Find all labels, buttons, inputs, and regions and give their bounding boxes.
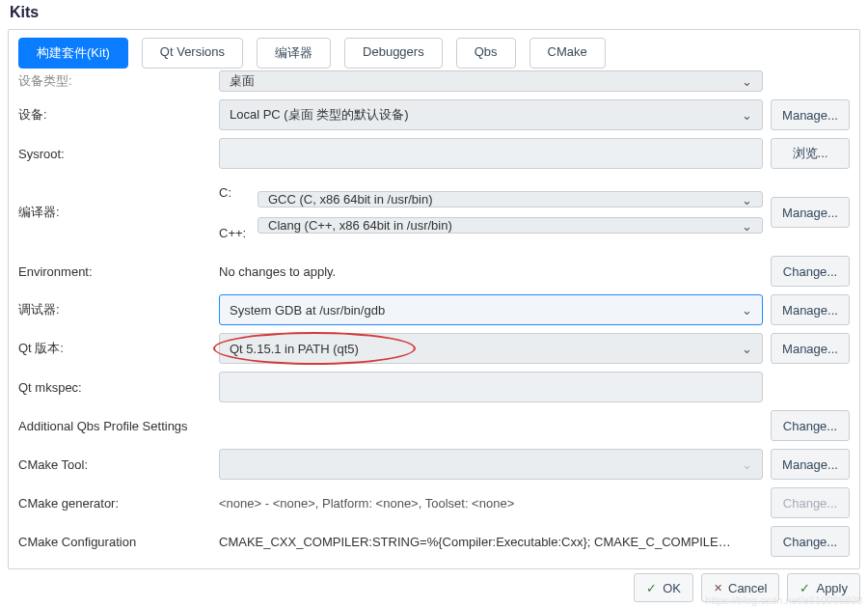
value-debugger: System GDB at /usr/bin/gdb [230,303,385,318]
check-icon: ✓ [646,581,657,595]
browse-sysroot-button[interactable]: 浏览... [771,138,850,169]
cancel-label: Cancel [728,581,767,595]
chevron-down-icon: ⌄ [742,218,752,233]
select-cxx-compiler[interactable]: Clang (C++, x86 64bit in /usr/bin) ⌄ [258,217,763,234]
value-c-compiler: GCC (C, x86 64bit in /usr/bin) [268,192,433,207]
cross-icon: ✕ [714,582,722,594]
tab-compilers[interactable]: 编译器 [257,38,331,69]
value-qt-version: Qt 5.15.1 in PATH (qt5) [230,342,359,356]
kits-panel: 构建套件(Kit) Qt Versions 编译器 Debuggers Qbs … [8,29,860,569]
chevron-down-icon: ⌄ [742,303,752,318]
manage-qt-version-button[interactable]: Manage... [771,333,850,364]
chevron-down-icon: ⌄ [742,108,752,123]
label-cmake-generator: CMake generator: [18,496,211,511]
tab-cmake[interactable]: CMake [529,38,606,69]
manage-cmake-tool-button[interactable]: Manage... [771,449,850,480]
select-cmake-tool[interactable]: ⌄ [219,449,763,480]
tab-qbs[interactable]: Qbs [456,38,516,69]
label-cmake-tool: CMake Tool: [18,457,211,472]
input-mkspec[interactable] [219,372,763,402]
cancel-button[interactable]: ✕ Cancel [701,573,779,602]
label-mkspec: Qt mkspec: [18,380,211,395]
label-environment: Environment: [18,264,211,279]
change-qbs-button[interactable]: Change... [771,410,850,441]
change-cmake-generator-button: Change... [771,487,850,518]
label-qbs-profile: Additional Qbs Profile Settings [18,419,763,433]
label-debugger: 调试器: [18,301,211,318]
dialog-footer: ✓ OK ✕ Cancel ✓ Apply [634,573,860,602]
apply-label: Apply [816,581,848,595]
apply-button[interactable]: ✓ Apply [787,573,860,602]
value-cmake-generator: <none> - <none>, Platform: <none>, Tools… [219,487,763,518]
chevron-down-icon: ⌄ [742,192,752,207]
value-device-type: 桌面 [230,72,255,90]
manage-debugger-button[interactable]: Manage... [771,294,850,325]
page-title: Kits [0,0,868,29]
manage-compiler-button[interactable]: Manage... [771,197,850,228]
select-qt-version[interactable]: Qt 5.15.1 in PATH (qt5) ⌄ [219,333,763,364]
chevron-down-icon: ⌄ [742,457,752,472]
value-device: Local PC (桌面 类型的默认设备) [230,106,409,124]
label-device-type: 设备类型: [18,72,211,90]
manage-device-button[interactable]: Manage... [771,99,850,130]
change-environment-button[interactable]: Change... [771,256,850,287]
select-device[interactable]: Local PC (桌面 类型的默认设备) ⌄ [219,99,763,130]
input-sysroot[interactable] [219,138,763,169]
select-c-compiler[interactable]: GCC (C, x86 64bit in /usr/bin) ⌄ [258,191,763,207]
chevron-down-icon: ⌄ [742,342,752,356]
value-cmake-config: CMAKE_CXX_COMPILER:STRING=%{Compiler:Exe… [219,526,763,557]
change-cmake-config-button[interactable]: Change... [771,526,850,557]
label-device: 设备: [18,106,211,124]
label-c: C: [219,177,258,207]
value-cxx-compiler: Clang (C++, x86 64bit in /usr/bin) [268,218,452,233]
label-compiler: 编译器: [18,177,211,248]
value-environment: No changes to apply. [219,256,763,287]
tab-qt-versions[interactable]: Qt Versions [142,38,243,69]
ok-button[interactable]: ✓ OK [634,573,693,602]
label-cmake-config: CMake Configuration [18,535,211,549]
label-cxx: C++: [219,217,258,248]
tabs: 构建套件(Kit) Qt Versions 编译器 Debuggers Qbs … [18,38,850,69]
label-sysroot: Sysroot: [18,147,211,161]
check-icon: ✓ [800,581,810,595]
tab-debuggers[interactable]: Debuggers [344,38,443,69]
tab-kits[interactable]: 构建套件(Kit) [18,38,128,69]
chevron-down-icon: ⌄ [742,74,752,89]
form: 设备类型: 桌面 ⌄ 设备: Local PC (桌面 类型的默认设备) ⌄ M… [18,70,850,557]
label-qt-version: Qt 版本: [18,340,211,357]
ok-label: OK [663,581,681,595]
select-debugger[interactable]: System GDB at /usr/bin/gdb ⌄ [219,294,763,325]
select-device-type[interactable]: 桌面 ⌄ [219,70,763,92]
